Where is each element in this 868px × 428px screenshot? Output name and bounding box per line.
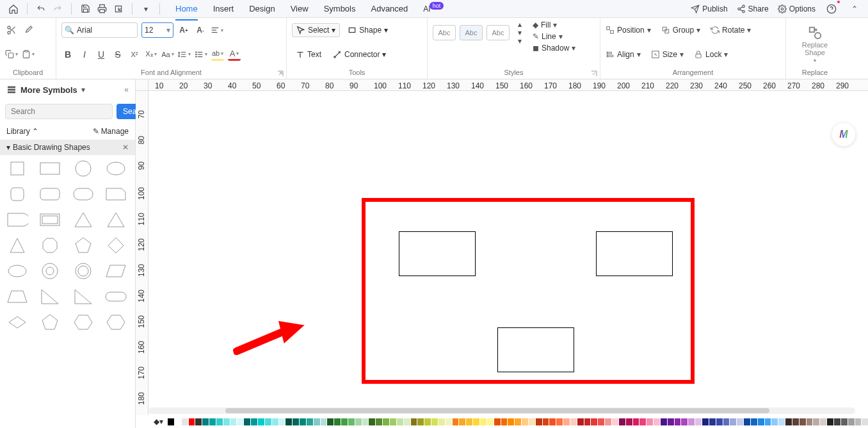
shape-pent2[interactable]	[38, 313, 62, 332]
color-swatch[interactable]	[508, 418, 514, 425]
bold-icon[interactable]: B	[61, 48, 74, 61]
style-preset-2[interactable]: Abc	[460, 25, 483, 40]
color-swatch[interactable]	[341, 418, 348, 425]
color-swatch[interactable]	[251, 418, 257, 425]
color-swatch[interactable]	[827, 418, 833, 425]
shape-para[interactable]	[104, 261, 128, 281]
color-swatch[interactable]	[820, 418, 826, 425]
library-label[interactable]: Library ⌃	[6, 127, 38, 136]
color-swatch[interactable]	[216, 418, 223, 425]
shape-rect[interactable]	[38, 159, 62, 178]
line-button[interactable]: ✎ Line ▾	[533, 32, 575, 41]
increase-font-icon[interactable]: A+	[177, 24, 190, 37]
color-swatch[interactable]	[626, 418, 632, 425]
shape-trap[interactable]	[5, 287, 29, 306]
drawn-rect-3[interactable]	[497, 327, 574, 372]
color-swatch[interactable]	[501, 418, 508, 425]
shape-roundrect[interactable]	[38, 185, 62, 204]
color-swatch[interactable]	[307, 418, 313, 425]
replace-shape-button[interactable]: Replace Shape ▾	[796, 26, 834, 63]
color-swatch[interactable]	[716, 418, 723, 425]
menu-home[interactable]: Home	[168, 1, 205, 16]
h-scrollbar[interactable]	[149, 407, 855, 414]
color-swatch[interactable]	[647, 418, 653, 425]
style-gallery[interactable]: Abc Abc Abc ▴ ▾ ▾	[433, 21, 526, 45]
underline-icon[interactable]: U	[95, 48, 108, 61]
color-swatch[interactable]	[675, 418, 681, 425]
select-button[interactable]: Select ▾	[292, 23, 340, 37]
menu-view[interactable]: View	[283, 1, 316, 16]
font-size-input[interactable]: ▾	[141, 22, 173, 38]
shape-snip[interactable]	[104, 185, 128, 204]
color-swatch[interactable]	[466, 418, 472, 425]
color-swatch[interactable]	[751, 418, 757, 425]
color-swatch[interactable]	[459, 418, 465, 425]
color-swatch[interactable]	[591, 418, 597, 425]
rotate-button[interactable]: Rotate▾	[711, 26, 751, 35]
position-button[interactable]: Position▾	[606, 26, 651, 35]
color-swatch[interactable]	[314, 418, 320, 425]
color-swatch[interactable]	[556, 418, 563, 425]
shape-oct[interactable]	[38, 236, 62, 255]
color-swatch[interactable]	[195, 418, 202, 425]
color-swatch[interactable]	[355, 418, 362, 425]
color-swatch[interactable]	[529, 418, 535, 425]
color-swatch[interactable]	[209, 418, 216, 425]
shadow-button[interactable]: ◼ Shadow ▾	[533, 44, 575, 53]
font-name-input[interactable]: 🔍	[61, 22, 138, 38]
color-swatch[interactable]	[785, 418, 792, 425]
shape-pill[interactable]	[104, 287, 128, 306]
fill-button[interactable]: ◆ Fill ▾	[533, 21, 575, 29]
menu-advanced[interactable]: Advanced	[363, 1, 415, 16]
share-button[interactable]: Share	[737, 4, 769, 13]
line-spacing-icon[interactable]	[178, 48, 191, 61]
color-swatch[interactable]	[473, 418, 479, 425]
color-swatch[interactable]	[855, 418, 862, 425]
italic-icon[interactable]: I	[78, 48, 91, 61]
color-swatch[interactable]	[223, 418, 230, 425]
styles-dialog-icon[interactable]	[591, 70, 597, 77]
style-preset-3[interactable]: Abc	[486, 25, 510, 40]
shape-tri[interactable]	[71, 210, 95, 229]
color-swatch[interactable]	[771, 418, 778, 425]
strike-icon[interactable]: S	[111, 48, 124, 61]
shape-circle[interactable]	[71, 159, 95, 178]
color-swatch[interactable]	[237, 418, 243, 425]
color-swatch[interactable]	[182, 418, 188, 425]
color-swatch[interactable]	[244, 418, 250, 425]
color-swatch[interactable]	[862, 418, 868, 425]
bullet-icon[interactable]	[195, 48, 207, 61]
style-down-icon[interactable]: ▾	[513, 29, 526, 37]
color-swatch[interactable]	[334, 418, 341, 425]
menu-symbols[interactable]: Symbols	[316, 1, 364, 16]
color-swatch[interactable]	[688, 418, 695, 425]
color-swatch[interactable]	[494, 418, 501, 425]
color-swatch[interactable]	[230, 418, 237, 425]
color-swatch[interactable]	[404, 418, 410, 425]
color-swatch[interactable]	[272, 418, 278, 425]
decrease-font-icon[interactable]: A-	[194, 24, 207, 37]
color-swatch[interactable]	[563, 418, 570, 425]
color-swatch[interactable]	[577, 418, 584, 425]
color-swatch[interactable]	[834, 418, 840, 425]
text-button[interactable]: Text	[292, 48, 325, 61]
color-swatch[interactable]	[265, 418, 271, 425]
color-swatch[interactable]	[202, 418, 209, 425]
menu-design[interactable]: Design	[241, 1, 282, 16]
color-swatch[interactable]	[536, 418, 542, 425]
more-icon[interactable]: ▾	[139, 2, 153, 16]
save-icon[interactable]	[78, 2, 92, 16]
color-swatch[interactable]	[446, 418, 452, 425]
case-icon[interactable]: Aa	[161, 48, 174, 61]
color-swatch[interactable]	[584, 418, 591, 425]
shape-righttri2[interactable]	[71, 287, 95, 306]
color-palette[interactable]: ◆▾	[149, 416, 868, 427]
close-category-icon[interactable]: ✕	[122, 143, 129, 152]
category-header[interactable]: ▾ Basic Drawing Shapes✕	[0, 140, 135, 155]
color-swatch[interactable]	[848, 418, 855, 425]
shape-ellipse[interactable]	[104, 159, 128, 178]
undo-icon[interactable]	[34, 2, 48, 16]
shape-ring[interactable]	[71, 261, 95, 281]
shape-tri2[interactable]	[104, 210, 128, 229]
shape-pent[interactable]	[71, 236, 95, 255]
